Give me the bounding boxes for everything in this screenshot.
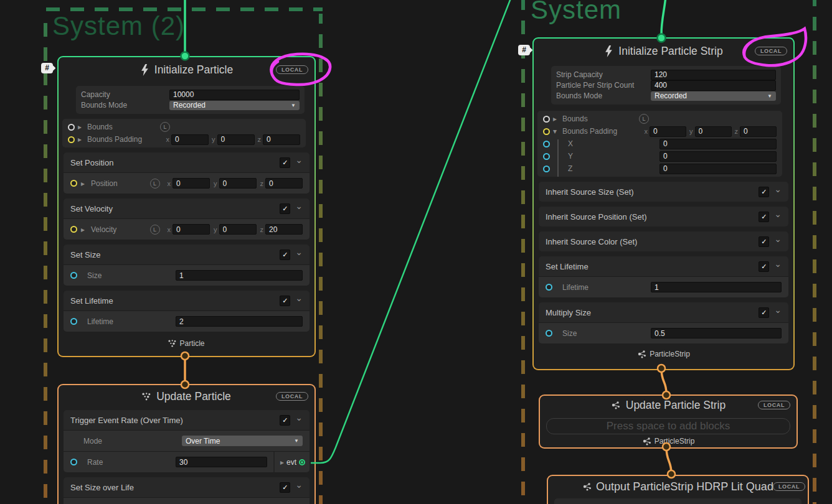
block-set-size[interactable]: Set Size Size [64, 245, 310, 286]
expander-icon[interactable] [78, 135, 84, 144]
block-enabled-checkbox[interactable] [280, 415, 290, 426]
mode-dropdown[interactable]: Over Time [182, 436, 303, 446]
lifetime-input[interactable] [651, 282, 782, 292]
space-badge[interactable]: L [160, 122, 170, 132]
port-padding-z[interactable] [543, 166, 550, 172]
space-badge[interactable]: L [150, 179, 160, 189]
capacity-input[interactable] [169, 90, 300, 100]
chevron-down-icon[interactable] [774, 261, 782, 271]
expander-icon[interactable] [553, 114, 559, 123]
expander-icon[interactable] [81, 225, 87, 234]
block-inherit-source-position[interactable]: Inherit Source Position (Set) [539, 207, 788, 226]
flow-output-anchor[interactable]: ParticleStrip [540, 436, 797, 447]
node-output-particlestrip-hdrp-lit-quad[interactable]: Output ParticleStrip HDRP Lit Quad LOCAL [547, 475, 809, 504]
particle-per-strip-count-input[interactable] [651, 80, 776, 91]
block-inherit-source-size[interactable]: Inherit Source Size (Set) [539, 182, 788, 202]
bounds-padding-z-input[interactable] [263, 134, 300, 145]
block-set-velocity[interactable]: Set Velocity Velocity L x y z [64, 198, 310, 240]
evt-output[interactable]: evt [273, 452, 310, 472]
port-bounds-padding[interactable] [68, 136, 75, 143]
vfx-graph-canvas[interactable]: System (2) System # Initialize Particle … [0, 0, 832, 504]
flow-output-anchor[interactable]: ParticleStrip [534, 347, 793, 361]
bounds-mode-dropdown[interactable]: Recorded [169, 101, 300, 110]
bounds-padding-x-input[interactable] [650, 126, 686, 137]
system2-title[interactable]: System (2) [52, 11, 185, 41]
chevron-down-icon[interactable] [295, 250, 303, 259]
local-badge[interactable]: LOCAL [276, 65, 308, 74]
size-input[interactable] [651, 328, 782, 338]
block-multiply-size[interactable]: Multiply Size Size [539, 302, 788, 343]
strip-capacity-input[interactable] [651, 70, 776, 80]
node-initialize-particle-strip[interactable]: Initialize Particle Strip LOCAL Strip Ca… [532, 37, 795, 370]
expander-icon[interactable] [553, 127, 559, 136]
edge-initstrip-to-updatestrip[interactable] [661, 369, 666, 393]
local-badge[interactable]: LOCAL [758, 401, 790, 409]
node-header[interactable]: Output ParticleStrip HDRP Lit Quad LOCAL [548, 476, 808, 497]
bounds-mode-dropdown[interactable]: Recorded [651, 91, 776, 101]
padding-x-input[interactable] [659, 139, 777, 149]
port-bounds-padding[interactable] [543, 128, 550, 135]
block-enabled-checkbox[interactable] [759, 307, 769, 318]
chevron-down-icon[interactable] [774, 212, 782, 222]
system-title[interactable]: System [531, 0, 622, 25]
space-badge[interactable]: L [639, 114, 649, 124]
block-enabled-checkbox[interactable] [759, 236, 769, 247]
size-input[interactable] [176, 270, 303, 281]
edge-offscreen-to-initialize-strip[interactable] [661, 0, 666, 34]
bounds-padding-z-input[interactable] [740, 126, 777, 137]
bounds-padding-x-input[interactable] [171, 134, 209, 145]
block-enabled-checkbox[interactable] [280, 296, 290, 306]
evt-port[interactable] [299, 459, 305, 465]
port-size[interactable] [70, 272, 77, 279]
expander-icon[interactable] [81, 179, 87, 188]
position-y-input[interactable] [219, 178, 257, 189]
block-trigger-event-rate[interactable]: Trigger Event Rate (Over Time) Mode Over… [64, 410, 310, 472]
bounds-padding-y-input[interactable] [695, 126, 732, 137]
chevron-down-icon[interactable] [774, 236, 782, 246]
port-lifetime[interactable] [546, 284, 552, 291]
velocity-z-input[interactable] [265, 224, 303, 235]
port-velocity[interactable] [70, 226, 77, 233]
port-padding-x[interactable] [543, 141, 550, 147]
chevron-down-icon[interactable] [295, 415, 303, 425]
block-inherit-source-color[interactable]: Inherit Source Color (Set) [539, 231, 788, 251]
port-lifetime[interactable] [70, 318, 77, 325]
port-rate[interactable] [70, 459, 77, 465]
node-update-particle[interactable]: Update Particle LOCAL Trigger Event Rate… [57, 384, 316, 504]
node-header[interactable]: Update Particle LOCAL [59, 385, 314, 408]
hash-badge[interactable]: # [41, 63, 53, 73]
port-position[interactable] [70, 180, 77, 187]
bounds-padding-y-input[interactable] [217, 134, 255, 145]
node-initialize-particle[interactable]: Initialize Particle LOCAL Capacity Bound… [57, 56, 316, 357]
velocity-x-input[interactable] [173, 224, 210, 235]
local-badge[interactable]: LOCAL [773, 482, 805, 491]
port-bounds[interactable] [543, 116, 550, 123]
block-enabled-checkbox[interactable] [759, 187, 769, 197]
padding-z-input[interactable] [659, 164, 777, 174]
position-x-input[interactable] [173, 178, 210, 189]
edge-evt-to-offscreen[interactable] [311, 0, 513, 463]
chevron-down-icon[interactable] [295, 482, 303, 492]
port-bounds[interactable] [68, 124, 75, 131]
block-set-lifetime[interactable]: Set Lifetime Lifetime [539, 256, 788, 297]
hash-badge[interactable]: # [518, 45, 530, 55]
add-blocks-placeholder[interactable]: Press space to add blocks [546, 418, 790, 434]
block-enabled-checkbox[interactable] [280, 482, 290, 493]
chevron-down-icon[interactable] [295, 296, 303, 306]
chevron-down-icon[interactable] [774, 187, 782, 197]
block-enabled-checkbox[interactable] [280, 157, 290, 168]
block-enabled-checkbox[interactable] [759, 212, 769, 222]
local-badge[interactable]: LOCAL [755, 47, 787, 55]
block-enabled-checkbox[interactable] [280, 250, 290, 260]
block-enabled-checkbox[interactable] [280, 203, 290, 214]
block-set-position[interactable]: Set Position Position L x y z [64, 152, 310, 194]
edge-updatestrip-to-output[interactable] [666, 447, 671, 474]
position-z-input[interactable] [265, 178, 303, 189]
port-size[interactable] [546, 330, 552, 337]
chevron-down-icon[interactable] [295, 203, 303, 213]
padding-y-input[interactable] [659, 151, 777, 162]
local-badge[interactable]: LOCAL [276, 392, 308, 401]
node-header[interactable]: Initialize Particle Strip LOCAL [534, 39, 793, 63]
rate-input[interactable] [176, 457, 267, 467]
flow-output-anchor[interactable]: Particle [59, 337, 314, 350]
